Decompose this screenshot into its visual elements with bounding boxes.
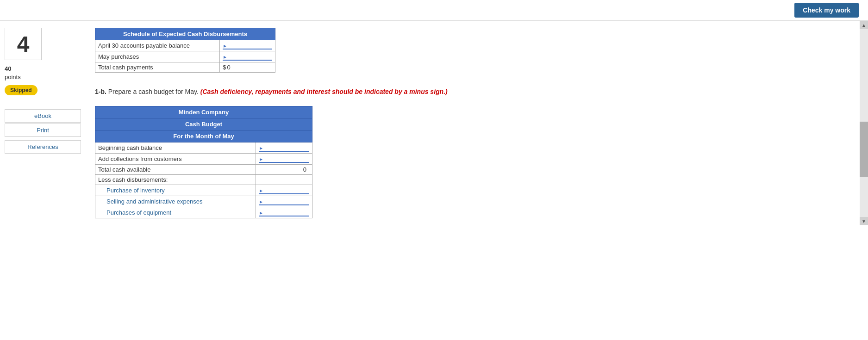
table-row: April 30 accounts payable balance	[95, 40, 275, 51]
table-row-disbursements-header: Less cash disbursements:	[95, 175, 312, 185]
ebook-link[interactable]: eBook	[5, 109, 81, 123]
total-available-label: Total cash available	[95, 165, 256, 175]
table-row: Purchases of equipment	[95, 207, 312, 218]
print-link[interactable]: Print	[5, 124, 81, 137]
cash-budget-table: Minden Company Cash Budget For the Month…	[95, 106, 312, 218]
may-purchases-input-cell	[220, 51, 275, 62]
collections-input[interactable]	[259, 155, 309, 163]
april-balance-input-wrapper	[223, 42, 272, 49]
equipment-wrapper	[259, 209, 309, 216]
equipment-input[interactable]	[259, 209, 309, 216]
sidebar-links: eBook Print References	[5, 109, 81, 154]
beginning-balance-input[interactable]	[259, 144, 309, 152]
scroll-down-arrow[interactable]: ▼	[860, 217, 868, 225]
disbursements-empty	[256, 175, 312, 185]
selling-admin-input[interactable]	[259, 198, 309, 205]
main-layout: 4 40 points Skipped eBook Print Referenc…	[0, 21, 868, 225]
total-cell-inner: $ 0	[223, 64, 272, 71]
question-number-box: 4	[5, 28, 42, 60]
may-purchases-input-wrapper	[223, 53, 272, 61]
collections-wrapper	[259, 155, 309, 163]
april-balance-input-cell	[220, 40, 275, 51]
points-value: 40	[5, 65, 11, 72]
total-available-value: 0	[259, 166, 309, 173]
references-link[interactable]: References	[5, 140, 81, 154]
scrollbar-thumb[interactable]	[860, 122, 868, 177]
equipment-label: Purchases of equipment	[95, 207, 256, 218]
points-text: points	[5, 74, 21, 80]
selling-admin-label: Selling and administrative expenses	[95, 196, 256, 207]
beginning-balance-cell	[256, 142, 312, 154]
cash-budget-title-3: For the Month of May	[95, 130, 312, 142]
row-label-total: Total cash payments	[95, 62, 220, 73]
table-row-total: Total cash payments $ 0	[95, 62, 275, 73]
total-available-cell: 0	[256, 165, 312, 175]
instruction-static: Prepare a cash budget for May.	[108, 88, 199, 95]
inventory-input[interactable]	[259, 186, 309, 194]
selling-admin-wrapper	[259, 198, 309, 205]
scrollbar-track[interactable]	[860, 29, 868, 217]
inventory-cell	[256, 185, 312, 196]
points-label: 40 points	[5, 65, 21, 81]
beginning-balance-wrapper	[259, 144, 309, 152]
disbursements-label: Less cash disbursements:	[95, 175, 256, 185]
skipped-badge: Skipped	[5, 85, 37, 95]
may-purchases-input[interactable]	[223, 53, 272, 61]
table-row: Purchase of inventory	[95, 185, 312, 196]
total-cash-payments-cell: $ 0	[220, 62, 275, 73]
table-row: Add collections from customers	[95, 154, 312, 165]
instruction-red: (Cash deficiency, repayments and interes…	[200, 88, 448, 95]
collections-label: Add collections from customers	[95, 154, 256, 165]
row-label-may: May purchases	[95, 51, 220, 62]
dollar-sign: $	[223, 64, 226, 71]
beginning-balance-label: Beginning cash balance	[95, 142, 256, 154]
collections-cell	[256, 154, 312, 165]
table-row: Selling and administrative expenses	[95, 196, 312, 207]
content-area: Schedule of Expected Cash Disbursements …	[86, 21, 860, 225]
left-sidebar: 4 40 points Skipped eBook Print Referenc…	[0, 21, 86, 225]
total-value: 0	[227, 64, 233, 71]
top-bar: Check my work	[0, 0, 868, 21]
question-number: 4	[17, 31, 30, 57]
part-label: 1-b.	[95, 88, 106, 95]
right-scrollbar[interactable]: ▲ ▼	[860, 21, 868, 225]
schedule-title: Schedule of Expected Cash Disbursements	[95, 28, 275, 40]
check-my-work-button[interactable]: Check my work	[794, 3, 859, 18]
cash-budget-title-1: Minden Company	[95, 106, 312, 118]
april-balance-input[interactable]	[223, 42, 272, 49]
schedule-table: Schedule of Expected Cash Disbursements …	[95, 28, 275, 73]
inventory-label: Purchase of inventory	[95, 185, 256, 196]
row-label-april: April 30 accounts payable balance	[95, 40, 220, 51]
equipment-cell	[256, 207, 312, 218]
inventory-wrapper	[259, 186, 309, 194]
instruction-text: 1-b. Prepare a cash budget for May. (Cas…	[95, 87, 850, 97]
table-row: May purchases	[95, 51, 275, 62]
table-row-total-available: Total cash available 0	[95, 165, 312, 175]
scroll-up-arrow[interactable]: ▲	[860, 21, 868, 29]
selling-admin-cell	[256, 196, 312, 207]
cash-budget-title-2: Cash Budget	[95, 118, 312, 130]
table-row: Beginning cash balance	[95, 142, 312, 154]
